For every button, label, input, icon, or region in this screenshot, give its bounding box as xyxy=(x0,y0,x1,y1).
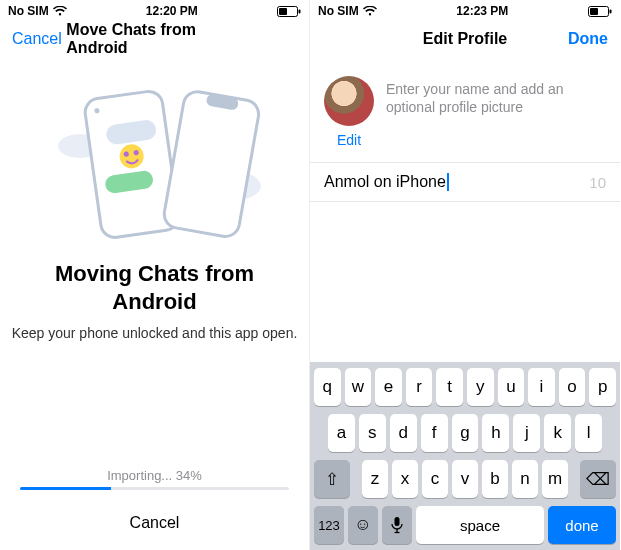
svg-rect-2 xyxy=(298,9,300,13)
progress-fill xyxy=(20,487,111,490)
svg-rect-17 xyxy=(395,517,400,526)
main-heading: Moving Chats from Android xyxy=(0,260,309,315)
key-p[interactable]: p xyxy=(589,368,616,406)
key-x[interactable]: x xyxy=(392,460,418,498)
backspace-key[interactable]: ⌫ xyxy=(580,460,616,498)
battery-icon xyxy=(588,6,612,17)
emoji-key[interactable]: ☺ xyxy=(348,506,378,544)
progress-label: Importing... 34% xyxy=(20,468,289,483)
status-bar: No SIM 12:20 PM xyxy=(0,0,309,20)
space-key[interactable]: space xyxy=(416,506,544,544)
mic-key[interactable] xyxy=(382,506,412,544)
ios-keyboard: qwertyuiop asdfghjkl ⇧zxcvbnm⌫ 123 ☺ spa… xyxy=(310,362,620,550)
wifi-icon xyxy=(53,6,67,16)
key-row-1: qwertyuiop xyxy=(314,368,616,406)
key-row-2: asdfghjkl xyxy=(314,414,616,452)
shift-key[interactable]: ⇧ xyxy=(314,460,350,498)
cancel-button[interactable]: Cancel xyxy=(0,514,309,532)
key-e[interactable]: e xyxy=(375,368,402,406)
battery-icon xyxy=(277,6,301,17)
nav-bar: Edit Profile Done xyxy=(310,20,620,58)
key-j[interactable]: j xyxy=(513,414,540,452)
edit-photo-link[interactable]: Edit xyxy=(337,132,361,148)
key-o[interactable]: o xyxy=(559,368,586,406)
key-n[interactable]: n xyxy=(512,460,538,498)
key-u[interactable]: u xyxy=(498,368,525,406)
key-h[interactable]: h xyxy=(482,414,509,452)
screen-move-chats: No SIM 12:20 PM Cancel Move Chats from A… xyxy=(0,0,310,550)
clock: 12:20 PM xyxy=(146,4,198,18)
key-w[interactable]: w xyxy=(345,368,372,406)
key-z[interactable]: z xyxy=(362,460,388,498)
status-bar: No SIM 12:23 PM xyxy=(310,0,620,20)
key-row-3: ⇧zxcvbnm⌫ xyxy=(314,460,616,498)
nav-cancel[interactable]: Cancel xyxy=(12,30,66,48)
name-input[interactable]: Anmol on iPhone xyxy=(324,173,449,191)
avatar[interactable] xyxy=(324,76,374,126)
name-input-row[interactable]: Anmol on iPhone 10 xyxy=(310,162,620,202)
done-key[interactable]: done xyxy=(548,506,616,544)
key-q[interactable]: q xyxy=(314,368,341,406)
nav-title: Edit Profile xyxy=(423,30,507,48)
wifi-icon xyxy=(363,6,377,16)
svg-rect-12 xyxy=(162,90,261,239)
key-k[interactable]: k xyxy=(544,414,571,452)
key-d[interactable]: d xyxy=(390,414,417,452)
subtitle: Keep your phone unlocked and this app op… xyxy=(0,325,309,341)
screen-edit-profile: No SIM 12:23 PM Edit Profile Done Edit E… xyxy=(310,0,620,550)
key-s[interactable]: s xyxy=(359,414,386,452)
svg-rect-16 xyxy=(609,9,611,13)
char-remaining: 10 xyxy=(589,174,606,191)
import-progress: Importing... 34% xyxy=(20,468,289,490)
progress-track xyxy=(20,487,289,490)
numbers-key[interactable]: 123 xyxy=(314,506,344,544)
key-y[interactable]: y xyxy=(467,368,494,406)
key-t[interactable]: t xyxy=(436,368,463,406)
clock: 12:23 PM xyxy=(456,4,508,18)
nav-bar: Cancel Move Chats from Android xyxy=(0,20,309,58)
key-f[interactable]: f xyxy=(421,414,448,452)
svg-rect-15 xyxy=(590,8,598,15)
done-button[interactable]: Done xyxy=(548,30,608,48)
carrier-text: No SIM xyxy=(8,4,49,18)
key-i[interactable]: i xyxy=(528,368,555,406)
key-v[interactable]: v xyxy=(452,460,478,498)
carrier-text: No SIM xyxy=(318,4,359,18)
key-c[interactable]: c xyxy=(422,460,448,498)
svg-rect-1 xyxy=(279,8,287,15)
key-l[interactable]: l xyxy=(575,414,602,452)
nav-title: Move Chats from Android xyxy=(66,21,242,57)
key-r[interactable]: r xyxy=(406,368,433,406)
key-b[interactable]: b xyxy=(482,460,508,498)
key-g[interactable]: g xyxy=(452,414,479,452)
key-m[interactable]: m xyxy=(542,460,568,498)
key-row-4: 123 ☺ space done xyxy=(314,506,616,544)
profile-hint: Enter your name and add an optional prof… xyxy=(386,76,606,116)
profile-block: Edit Enter your name and add an optional… xyxy=(310,58,620,156)
key-a[interactable]: a xyxy=(328,414,355,452)
phones-illustration xyxy=(45,76,265,246)
